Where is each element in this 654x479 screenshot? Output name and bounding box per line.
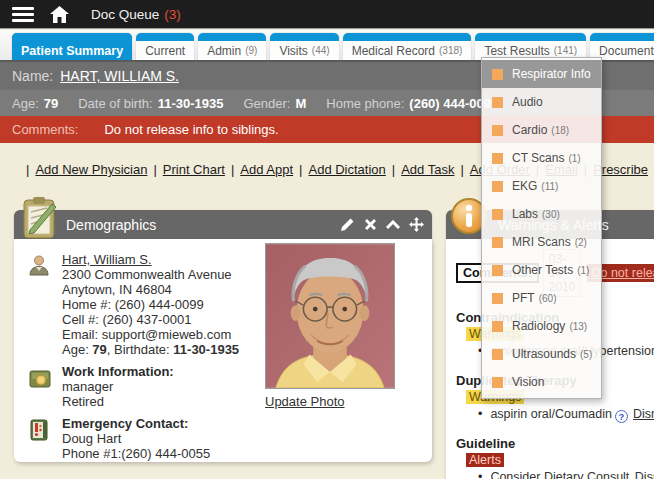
orange-square-icon	[492, 265, 503, 276]
menu-item-cardio[interactable]: Cardio(18)	[482, 116, 601, 144]
patient-gender: M	[295, 96, 306, 111]
orange-square-icon	[492, 377, 503, 388]
person-icon	[28, 252, 62, 357]
menu-item-pft[interactable]: PFT(60)	[482, 284, 601, 312]
birthdate-value: 11-30-1935	[173, 342, 239, 357]
demographics-header: Demographics	[14, 210, 432, 239]
add-appt-link[interactable]: Add Appt	[240, 162, 293, 177]
orange-square-icon	[492, 125, 503, 136]
home-icon[interactable]	[50, 6, 69, 23]
orange-square-icon	[492, 349, 503, 360]
home-phone-line: Home #: (260) 444-0099	[62, 297, 204, 312]
work-line-1: manager	[62, 379, 113, 394]
emergency-contact-block: Emergency Contact: Doug Hart Phone #1:(2…	[28, 416, 420, 461]
guideline-item: •Consider Dietary Consult Dismiss	[478, 470, 654, 479]
patient-dob: 11-30-1935	[158, 96, 224, 111]
comments-text: Do not release info to siblings.	[104, 122, 278, 137]
tab-bar: Patient Summary Current Admin(9) Visits(…	[0, 30, 654, 60]
menu-item-ultrasounds[interactable]: Ultrasounds(5)	[482, 340, 601, 368]
orange-square-icon	[492, 181, 503, 192]
address-line2: Anytown, IN 46804	[62, 282, 172, 297]
menu-item-ekg[interactable]: EKG(11)	[482, 172, 601, 200]
menu-item-vision[interactable]: Vision	[482, 368, 601, 396]
emergency-phone: Phone #1:(260) 444-0055	[62, 446, 210, 461]
demographics-body: Hart, William S. 2300 Commonwealth Avenu…	[14, 239, 432, 462]
guideline-alerts-badge: Alerts	[466, 453, 504, 467]
dismiss-link[interactable]: Dismiss	[633, 407, 654, 421]
update-photo-link[interactable]: Update Photo	[265, 394, 345, 409]
clipboard-icon	[18, 194, 64, 243]
top-bar: Doc Queue (3)	[0, 0, 654, 29]
demographics-panel: Demographics	[14, 210, 432, 462]
tab-documents[interactable]: Documents	[590, 33, 654, 60]
patient-name-demo-link[interactable]: Hart, William S.	[62, 252, 152, 267]
emergency-book-icon	[28, 416, 62, 461]
menu-item-other-tests[interactable]: Other Tests(1)	[482, 256, 601, 284]
app-title: Doc Queue	[91, 7, 159, 22]
tab-visits[interactable]: Visits(44)	[270, 33, 338, 60]
edit-icon[interactable]	[340, 217, 355, 232]
tab-patient-summary[interactable]: Patient Summary	[12, 33, 132, 60]
menu-item-audio[interactable]: Audio	[482, 88, 601, 116]
orange-square-icon	[492, 69, 503, 80]
add-task-link[interactable]: Add Task	[401, 162, 454, 177]
add-new-physician-link[interactable]: Add New Physician	[35, 162, 147, 177]
close-icon[interactable]	[364, 218, 377, 231]
name-label: Name:	[12, 68, 53, 84]
hamburger-menu-icon[interactable]	[12, 7, 34, 22]
work-line-2: Retired	[62, 394, 104, 409]
doc-queue-count: (3)	[164, 7, 181, 22]
guideline-section: Guideline Alerts •Consider Dietary Consu…	[456, 436, 654, 479]
duplicated-therapy-item: •aspirin oral/Coumadin?Dismiss	[478, 407, 654, 423]
orange-square-icon	[492, 153, 503, 164]
test-results-dropdown: Respirator Info Audio Cardio(18) CT Scan…	[481, 57, 602, 399]
emergency-name: Doug Hart	[62, 431, 121, 446]
cell-phone-line: Cell #: (260) 437-0001	[62, 312, 191, 327]
orange-square-icon	[492, 293, 503, 304]
menu-item-respirator-info[interactable]: Respirator Info	[482, 60, 601, 88]
help-icon[interactable]: ?	[615, 410, 628, 423]
patient-photo-block: Update Photo	[265, 243, 397, 409]
move-icon[interactable]	[409, 217, 424, 232]
orange-square-icon	[492, 209, 503, 220]
menu-item-radiology[interactable]: Radiology(13)	[482, 312, 601, 340]
tab-admin[interactable]: Admin(9)	[198, 33, 266, 60]
print-chart-link[interactable]: Print Chart	[163, 162, 225, 177]
add-dictation-link[interactable]: Add Dictation	[308, 162, 385, 177]
work-info-title: Work Information:	[62, 364, 174, 379]
patient-age: 79	[44, 96, 58, 111]
tab-medical-record[interactable]: Medical Record(318)	[343, 33, 472, 60]
menu-item-mri-scans[interactable]: MRI Scans(2)	[482, 228, 601, 256]
orange-square-icon	[492, 237, 503, 248]
dismiss-link[interactable]: Dismiss	[635, 470, 654, 479]
briefcase-icon	[28, 364, 62, 409]
address-line1: 2300 Commonwealth Avenue	[62, 267, 232, 282]
guideline-title: Guideline	[456, 436, 654, 451]
tab-test-results[interactable]: Test Results(141)	[475, 33, 586, 60]
menu-item-labs[interactable]: Labs(30)	[482, 200, 601, 228]
patient-photo	[265, 243, 395, 389]
orange-square-icon	[492, 321, 503, 332]
patient-name-link[interactable]: HART, WILLIAM S.	[60, 68, 179, 84]
email-line: Email: support@mieweb.com	[62, 327, 231, 342]
age-value: 79	[92, 342, 106, 357]
menu-item-ct-scans[interactable]: CT Scans(1)	[482, 144, 601, 172]
tab-current[interactable]: Current	[136, 33, 194, 60]
emergency-contact-title: Emergency Contact:	[62, 416, 188, 431]
orange-square-icon	[492, 97, 503, 108]
collapse-chevron-up-icon[interactable]	[386, 220, 400, 230]
demographics-title: Demographics	[66, 217, 156, 233]
